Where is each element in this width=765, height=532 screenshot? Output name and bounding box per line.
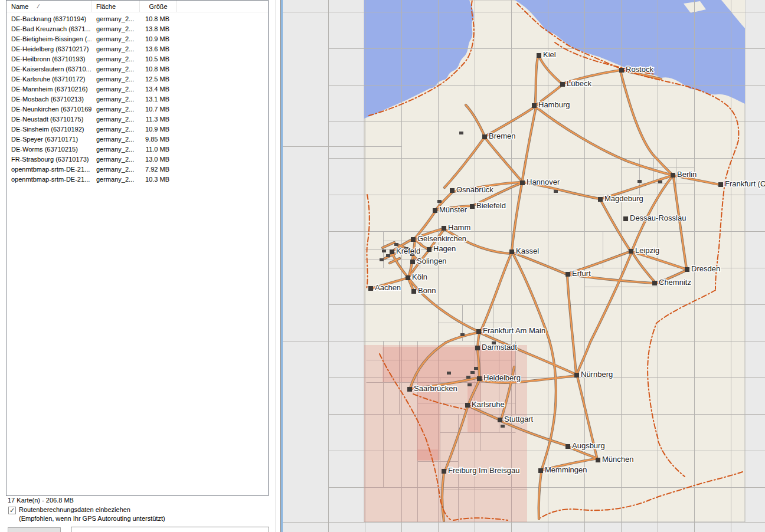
- cell-flaeche: germany_2...: [91, 34, 140, 44]
- cell-groesse: 11.3 MB: [140, 114, 177, 124]
- column-header-groesse[interactable]: Größe: [140, 1, 177, 12]
- city-label: Dresden: [691, 264, 720, 273]
- cell-flaeche: germany_2...: [91, 114, 140, 124]
- city-label: Augsburg: [572, 441, 605, 450]
- routing-checkbox-label: Routenberechnungsdaten einbeziehen: [19, 506, 130, 513]
- cell-groesse: 13.6 MB: [140, 44, 177, 54]
- minor-city-marker: [468, 383, 472, 386]
- minor-city-marker: [386, 254, 390, 257]
- selected-tiles-overlay[interactable]: [364, 345, 527, 522]
- city-label: Kassel: [516, 247, 539, 255]
- city-marker: [410, 260, 415, 264]
- table-row[interactable]: DE-Worms (63710215)germany_2...11.0 MB: [6, 145, 268, 155]
- table-row[interactable]: DE-Mannheim (63710216)germany_2...13.4 M…: [6, 84, 268, 94]
- column-header-flaeche[interactable]: Fläche: [91, 1, 140, 12]
- city-marker: [406, 275, 410, 280]
- city-marker: [442, 226, 446, 231]
- cell-name: DE-Karlsruhe (63710172): [6, 74, 91, 84]
- city-marker: [538, 468, 543, 473]
- city-label: Frankfurt Am Main: [483, 326, 545, 335]
- city-marker: [596, 458, 600, 462]
- minor-city-marker: [474, 367, 478, 370]
- routing-option: Routenberechnungsdaten einbeziehen (Empf…: [8, 506, 165, 522]
- cell-groesse: 10.3 MB: [140, 175, 177, 185]
- city-label: Chemnitz: [659, 278, 691, 287]
- cell-groesse: 10.8 MB: [140, 64, 177, 74]
- table-row[interactable]: DE-Kaiserslautern (63710...germany_2...1…: [6, 64, 268, 74]
- city-marker: [629, 249, 633, 254]
- city-marker: [476, 329, 481, 334]
- cell-groesse: 10.9 MB: [140, 34, 177, 44]
- table-row[interactable]: DE-Heilbronn (63710193)germany_2...10.5 …: [6, 54, 268, 64]
- city-label: München: [602, 455, 633, 464]
- city-label: Memmingen: [545, 465, 587, 474]
- city-label: Berlin: [677, 170, 697, 179]
- column-header-name[interactable]: Name ∕: [6, 1, 91, 12]
- selected-tile[interactable]: [417, 449, 438, 461]
- cell-groesse: 11.0 MB: [140, 145, 177, 155]
- cell-flaeche: germany_2...: [91, 165, 140, 175]
- table-row[interactable]: DE-Bad Kreuznach (6371...germany_2...13.…: [6, 24, 268, 34]
- minor-city-marker: [466, 376, 470, 379]
- table-row[interactable]: DE-Sinsheim (63710192)germany_2...10.9 M…: [6, 124, 268, 134]
- city-label: Nürnberg: [581, 370, 613, 379]
- bottom-field[interactable]: [71, 527, 269, 532]
- map-install-window: Name ∕ Fläche Größe DE-Backnang (6371019…: [0, 0, 765, 532]
- cell-flaeche: germany_2...: [91, 84, 140, 94]
- cell-name: DE-Bietigheim-Bissingen (...: [6, 34, 91, 44]
- city-label: Lübeck: [567, 79, 591, 88]
- cell-name: DE-Sinsheim (63710192): [6, 124, 91, 134]
- city-label: Freiburg Im Breisgau: [448, 466, 519, 475]
- map-panel[interactable]: KielRostockLübeckHamburgBremenHannoverBe…: [283, 0, 765, 532]
- cell-flaeche: germany_2...: [91, 175, 140, 185]
- city-label: Hamburg: [538, 100, 570, 109]
- city-marker: [465, 403, 470, 408]
- minor-city-marker: [447, 372, 451, 375]
- city-marker: [685, 267, 689, 272]
- cell-name: DE-Kaiserslautern (63710...: [6, 64, 91, 74]
- city-marker: [390, 249, 394, 254]
- cell-flaeche: germany_2...: [91, 145, 140, 155]
- city-label: Hamm: [448, 223, 470, 232]
- city-marker: [619, 68, 624, 73]
- cell-groesse: 10.5 MB: [140, 54, 177, 64]
- cell-flaeche: germany_2...: [91, 64, 140, 74]
- city-label: Solingen: [417, 257, 447, 265]
- minor-city-marker: [382, 249, 386, 252]
- table-row[interactable]: DE-Mosbach (63710213)germany_2...13.1 MB: [6, 94, 268, 104]
- routing-checkbox[interactable]: [8, 507, 16, 514]
- city-marker: [623, 216, 628, 221]
- table-row[interactable]: openmtbmap-srtm-DE-21...germany_2...10.3…: [6, 175, 268, 185]
- city-label: Rostock: [626, 65, 653, 74]
- cell-flaeche: germany_2...: [91, 104, 140, 114]
- table-row[interactable]: DE-Bietigheim-Bissingen (...germany_2...…: [6, 34, 268, 44]
- table-row[interactable]: openmtbmap-srtm-DE-21...germany_2...7.92…: [6, 165, 268, 175]
- table-row[interactable]: FR-Strasbourg (63710173)germany_2...13.0…: [6, 155, 268, 165]
- cell-name: DE-Worms (63710215): [6, 145, 91, 155]
- city-label: Heidelberg: [483, 373, 521, 382]
- germany-tile-map[interactable]: KielRostockLübeckHamburgBremenHannoverBe…: [283, 0, 765, 532]
- cell-name: DE-Heilbronn (63710193): [6, 54, 91, 64]
- city-marker: [470, 204, 475, 209]
- table-row[interactable]: DE-Neustadt (63710175)germany_2...11.3 M…: [6, 114, 268, 124]
- table-row[interactable]: DE-Heidelberg (63710217)germany_2...13.6…: [6, 44, 268, 54]
- map-list-table[interactable]: Name ∕ Fläche Größe DE-Backnang (6371019…: [6, 0, 269, 496]
- city-label: Köln: [412, 272, 427, 281]
- city-marker: [565, 272, 570, 277]
- city-label: Gelsenkirchen: [417, 234, 466, 243]
- cell-groesse: 13.1 MB: [140, 94, 177, 104]
- minor-city-marker: [459, 132, 463, 134]
- cell-name: DE-Backnang (63710194): [6, 14, 91, 24]
- city-label: Krefeld: [396, 247, 420, 255]
- cell-flaeche: germany_2...: [91, 94, 140, 104]
- table-row[interactable]: DE-Backnang (63710194)germany_2...10.8 M…: [6, 14, 268, 24]
- bottom-button[interactable]: [8, 527, 61, 532]
- table-row[interactable]: DE-Karlsruhe (63710172)germany_2...12.5 …: [6, 74, 268, 84]
- table-row[interactable]: DE-Speyer (63710171)germany_2...9.85 MB: [6, 134, 268, 145]
- cell-groesse: 10.8 MB: [140, 14, 177, 24]
- cell-groesse: 10.9 MB: [140, 124, 177, 134]
- selection-summary: 17 Karte(n) - 206.8 MB: [8, 497, 74, 504]
- city-marker: [475, 346, 480, 350]
- table-row[interactable]: DE-Neunkirchen (63710169)germany_2...10.…: [6, 104, 268, 114]
- city-marker: [565, 444, 570, 449]
